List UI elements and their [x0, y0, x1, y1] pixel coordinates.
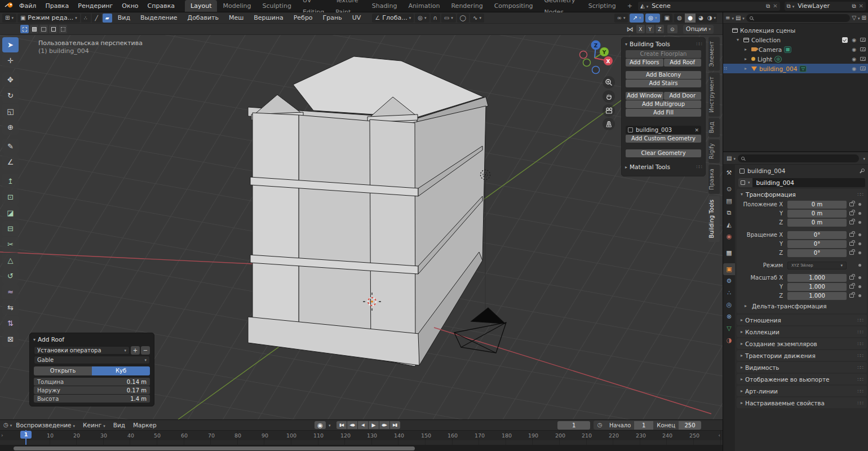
- viewlayer-selector[interactable]: ⧉ ViewLayer ⧉ ✕: [785, 2, 866, 11]
- snap-target-dropdown[interactable]: ▭: [441, 14, 456, 23]
- tab-item[interactable]: Элемент: [708, 37, 720, 71]
- section-instancing[interactable]: ▸Создание экземпляров∷∷: [737, 338, 867, 349]
- lock-icon[interactable]: [849, 233, 854, 237]
- mirror-x-button[interactable]: X: [636, 25, 645, 33]
- menu-add[interactable]: Добавить: [183, 12, 223, 24]
- shrink-fatten-tool[interactable]: ⇅: [2, 316, 19, 331]
- view-menu[interactable]: Вид: [109, 422, 129, 428]
- add-balcony-button[interactable]: Add Balcony: [626, 71, 701, 79]
- play-reverse-button[interactable]: [358, 421, 368, 429]
- navigation-gizmo[interactable]: Z Y X: [566, 35, 628, 86]
- tab-view-layer-icon[interactable]: ⧉: [723, 207, 735, 219]
- transform-panel-header[interactable]: ▾ Трансформация ∷∷: [737, 189, 867, 200]
- collapse-region-icon[interactable]: ‹: [718, 432, 720, 438]
- snap-toggle[interactable]: ∩: [431, 14, 440, 23]
- material-shading-button[interactable]: ◕: [696, 14, 706, 23]
- building-tools-header[interactable]: ▾ Building Tools ∷∷: [622, 39, 705, 50]
- menu-render[interactable]: Рендеринг: [73, 0, 117, 12]
- pin-icon[interactable]: [859, 169, 864, 174]
- section-viewport-display[interactable]: ▸Отображение во вьюпорте∷∷: [737, 374, 867, 384]
- current-frame-field[interactable]: 1: [557, 421, 590, 430]
- timeline-scrollbar-track[interactable]: [0, 445, 723, 451]
- select-mode-extend-button[interactable]: [30, 25, 38, 33]
- operator-panel-header[interactable]: ▾ Add Roof: [30, 335, 154, 345]
- options-dropdown[interactable]: Опции: [683, 25, 714, 34]
- tab-edit[interactable]: Правка: [708, 165, 720, 194]
- tab-view[interactable]: Вид: [708, 118, 720, 137]
- add-custom-geometry-button[interactable]: Add Custom Geometry: [626, 135, 701, 143]
- rendered-shading-button[interactable]: ◑: [706, 14, 717, 23]
- pivot-point-dropdown[interactable]: ◎: [415, 14, 429, 23]
- animate-dot[interactable]: [858, 242, 861, 245]
- lock-icon[interactable]: [849, 211, 854, 215]
- add-workspace-button[interactable]: +: [622, 0, 638, 12]
- tab-sculpting[interactable]: Sculpting: [257, 0, 297, 12]
- eye-icon[interactable]: ◉: [852, 37, 856, 43]
- xray-toggle[interactable]: ▣: [662, 14, 672, 23]
- scene-selector[interactable]: ◭ Scene ⧉ ✕: [638, 2, 780, 11]
- close-scene-icon[interactable]: ✕: [773, 3, 777, 9]
- proportional-edit-toggle[interactable]: ◯: [457, 14, 469, 23]
- camera-row[interactable]: ▸ Camera ▦ ◉: [723, 45, 868, 54]
- outliner-editor-icon[interactable]: ≡: [725, 15, 734, 21]
- section-line-art[interactable]: ▸Арт-линии∷∷: [737, 386, 867, 396]
- add-multigroup-button[interactable]: Add Multigroup: [626, 100, 701, 108]
- object-type-dropdown[interactable]: [738, 178, 752, 187]
- outliner-filter-icon[interactable]: ▽: [852, 15, 860, 21]
- tab-rigify[interactable]: Rigify: [708, 139, 720, 163]
- add-preset-button[interactable]: +: [131, 346, 140, 355]
- panel-drag-dots-icon[interactable]: ∷∷: [858, 317, 863, 323]
- panel-drag-dots-icon[interactable]: ∷∷: [858, 353, 863, 359]
- disclosure-open-icon[interactable]: ▾: [737, 37, 741, 42]
- light-row[interactable]: ▸ Light ◎ ◉: [723, 54, 868, 64]
- animate-dot[interactable]: [858, 285, 861, 288]
- panel-drag-dots-icon[interactable]: ∷∷: [858, 388, 863, 394]
- render-visibility-icon[interactable]: [860, 47, 866, 51]
- prev-keyframe-button[interactable]: [347, 421, 357, 429]
- collection-row[interactable]: ▾ Collection ◉: [723, 35, 868, 45]
- location-z-field[interactable]: 0 m: [787, 219, 847, 227]
- scale-z-field[interactable]: 1.000: [787, 292, 847, 300]
- tab-particles-icon[interactable]: ∴: [723, 287, 735, 299]
- add-roof-button[interactable]: Add Roof: [664, 59, 702, 67]
- active-object-row[interactable]: ∷ ▸ building_004 ▽ ◉: [723, 64, 868, 73]
- timeline-scrollbar[interactable]: [14, 446, 415, 450]
- proportional-falloff-dropdown[interactable]: ∿: [470, 14, 484, 23]
- add-door-button[interactable]: Add Door: [664, 92, 702, 100]
- select-mode-invert-button[interactable]: [49, 25, 57, 33]
- rip-region-tool[interactable]: ⊠: [2, 331, 19, 347]
- start-frame-field[interactable]: 1: [634, 421, 653, 430]
- jump-to-start-button[interactable]: [336, 421, 347, 429]
- location-y-field[interactable]: 0 m: [787, 210, 847, 218]
- tab-compositing[interactable]: Compositing: [489, 0, 539, 12]
- location-x-field[interactable]: 0 m: [787, 201, 847, 209]
- new-collection-icon[interactable]: ⊞: [862, 15, 866, 21]
- cube-option-button[interactable]: Куб: [92, 366, 150, 375]
- keying-set-dropdown[interactable]: [327, 422, 331, 428]
- pan-hand-button[interactable]: [603, 90, 615, 103]
- tab-modeling[interactable]: Modeling: [217, 0, 256, 12]
- measure-tool[interactable]: ∠: [2, 154, 19, 170]
- disclosure-closed-icon[interactable]: ▸: [745, 47, 749, 52]
- axis-neg-y-ball[interactable]: [583, 59, 591, 67]
- blender-logo-icon[interactable]: [5, 2, 14, 10]
- tab-output-icon[interactable]: ▤: [723, 195, 735, 207]
- collection-checkbox[interactable]: [842, 37, 848, 43]
- menu-edge[interactable]: Ребро: [289, 12, 317, 24]
- jump-to-end-button[interactable]: [390, 421, 400, 429]
- section-relations[interactable]: ▸Отношения∷∷: [737, 315, 867, 325]
- tab-tool[interactable]: Инструмент: [708, 73, 720, 117]
- smooth-tool[interactable]: ≈: [2, 284, 19, 299]
- add-stairs-button[interactable]: Add Stairs: [626, 79, 701, 87]
- editor-type-dropdown[interactable]: ⊞: [2, 14, 16, 23]
- cursor-tool[interactable]: ✛: [2, 53, 19, 68]
- section-collections[interactable]: ▸Коллекции∷∷: [737, 326, 867, 337]
- delta-transform-section[interactable]: ▸ Дельта-трансформация: [745, 301, 862, 311]
- tab-shading[interactable]: Shading: [366, 0, 403, 12]
- viewport-3d[interactable]: Пользовательская перспектива (1) buildin…: [0, 35, 723, 419]
- tab-tool-icon[interactable]: ⚒: [723, 167, 735, 179]
- thickness-field[interactable]: Толщина 0.14 m: [34, 378, 150, 386]
- spin-tool[interactable]: ↺: [2, 268, 19, 284]
- section-motion-paths[interactable]: ▸Траектории движения∷∷: [737, 350, 867, 361]
- clear-object-icon[interactable]: ✕: [694, 127, 699, 133]
